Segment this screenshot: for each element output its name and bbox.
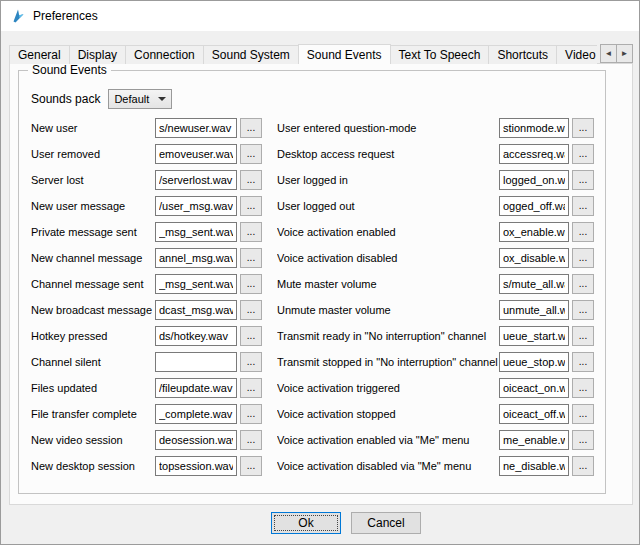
browse-button[interactable]: ... xyxy=(240,352,262,372)
browse-button[interactable]: ... xyxy=(240,404,262,424)
browse-button[interactable]: ... xyxy=(240,196,262,216)
sound-file-input[interactable] xyxy=(155,248,237,268)
browse-button[interactable]: ... xyxy=(240,274,262,294)
browse-button[interactable]: ... xyxy=(240,326,262,346)
sound-file-input[interactable] xyxy=(155,274,237,294)
sound-file-input[interactable] xyxy=(155,118,237,138)
sound-file-input[interactable] xyxy=(499,196,569,216)
sound-file-input[interactable] xyxy=(499,404,569,424)
tab-connection[interactable]: Connection xyxy=(125,45,204,64)
sound-event-label: Transmit ready in "No interruption" chan… xyxy=(277,330,499,342)
sound-file-input[interactable] xyxy=(499,326,569,346)
sound-file-input[interactable] xyxy=(499,118,569,138)
sound-file-input[interactable] xyxy=(499,352,569,372)
sound-event-label: New user message xyxy=(31,200,155,212)
browse-button[interactable]: ... xyxy=(240,300,262,320)
sound-event-label: Desktop access request xyxy=(277,148,499,160)
browse-button[interactable]: ... xyxy=(240,170,262,190)
sound-event-row: Transmit ready in "No interruption" chan… xyxy=(277,323,605,349)
tab-display[interactable]: Display xyxy=(69,45,126,64)
sound-event-label: Voice activation enabled via "Me" menu xyxy=(277,434,499,446)
sound-event-label: Voice activation enabled xyxy=(277,226,499,238)
sound-file-input[interactable] xyxy=(155,352,237,372)
browse-button[interactable]: ... xyxy=(240,222,262,242)
sound-file-input[interactable] xyxy=(499,274,569,294)
browse-button[interactable]: ... xyxy=(572,326,594,346)
browse-button[interactable]: ... xyxy=(572,170,594,190)
app-icon xyxy=(10,8,26,24)
tab-scroll-right-icon[interactable]: ► xyxy=(616,44,633,63)
tab-list: GeneralDisplayConnectionSound SystemSoun… xyxy=(9,44,597,64)
sound-file-input[interactable] xyxy=(155,326,237,346)
tab-scroll-left-icon[interactable]: ◄ xyxy=(600,44,617,63)
browse-button[interactable]: ... xyxy=(572,274,594,294)
sounds-pack-value: Default xyxy=(114,93,149,105)
browse-button[interactable]: ... xyxy=(572,248,594,268)
sound-event-label: Channel message sent xyxy=(31,278,155,290)
tab-sound-system[interactable]: Sound System xyxy=(203,45,299,64)
sound-event-row: New user message... xyxy=(31,193,277,219)
ok-button[interactable]: Ok xyxy=(271,512,341,534)
browse-button[interactable]: ... xyxy=(572,118,594,138)
tab-text-to-speech[interactable]: Text To Speech xyxy=(390,45,490,64)
browse-button[interactable]: ... xyxy=(572,404,594,424)
browse-button[interactable]: ... xyxy=(240,144,262,164)
sound-event-label: Transmit stopped in "No interruption" ch… xyxy=(277,356,499,368)
sound-event-row: User entered question-mode... xyxy=(277,115,605,141)
browse-button[interactable]: ... xyxy=(572,222,594,242)
sound-file-input[interactable] xyxy=(155,378,237,398)
browse-button[interactable]: ... xyxy=(240,118,262,138)
tab-sound-events[interactable]: Sound Events xyxy=(298,44,391,64)
browse-button[interactable]: ... xyxy=(572,144,594,164)
browse-button[interactable]: ... xyxy=(572,430,594,450)
browse-button[interactable]: ... xyxy=(572,196,594,216)
sound-event-row: Hotkey pressed... xyxy=(31,323,277,349)
browse-button[interactable]: ... xyxy=(572,352,594,372)
tab-general[interactable]: General xyxy=(9,45,70,64)
sound-event-row: New video session... xyxy=(31,427,277,453)
tab-shortcuts[interactable]: Shortcuts xyxy=(488,45,557,64)
sound-event-label: Unmute master volume xyxy=(277,304,499,316)
sound-file-input[interactable] xyxy=(499,170,569,190)
browse-button[interactable]: ... xyxy=(572,378,594,398)
sound-file-input[interactable] xyxy=(499,456,569,476)
browse-button[interactable]: ... xyxy=(240,456,262,476)
sound-event-label: New user xyxy=(31,122,155,134)
sound-file-input[interactable] xyxy=(155,144,237,164)
sound-file-input[interactable] xyxy=(155,196,237,216)
sound-file-input[interactable] xyxy=(155,170,237,190)
sound-event-label: New video session xyxy=(31,434,155,446)
browse-button[interactable]: ... xyxy=(240,248,262,268)
sound-file-input[interactable] xyxy=(499,248,569,268)
sound-file-input[interactable] xyxy=(155,300,237,320)
sound-event-row: File transfer complete... xyxy=(31,401,277,427)
sound-file-input[interactable] xyxy=(499,300,569,320)
sound-file-input[interactable] xyxy=(499,430,569,450)
preferences-dialog: Preferences GeneralDisplayConnectionSoun… xyxy=(0,0,640,545)
sound-file-input[interactable] xyxy=(155,222,237,242)
sound-event-row: New desktop session... xyxy=(31,453,277,479)
sound-file-input[interactable] xyxy=(499,144,569,164)
sound-file-input[interactable] xyxy=(155,404,237,424)
chevron-down-icon xyxy=(158,97,166,101)
cancel-button[interactable]: Cancel xyxy=(351,512,421,534)
browse-button[interactable]: ... xyxy=(572,300,594,320)
sound-event-label: Private message sent xyxy=(31,226,155,238)
sound-event-row: Voice activation enabled... xyxy=(277,219,605,245)
browse-button[interactable]: ... xyxy=(240,378,262,398)
sound-event-label: Voice activation disabled via "Me" menu xyxy=(277,460,499,472)
sounds-pack-label: Sounds pack xyxy=(31,92,100,106)
sound-file-input[interactable] xyxy=(155,430,237,450)
sound-file-input[interactable] xyxy=(499,378,569,398)
sound-event-label: File transfer complete xyxy=(31,408,155,420)
sound-file-input[interactable] xyxy=(155,456,237,476)
sound-event-label: Voice activation disabled xyxy=(277,252,499,264)
sound-file-input[interactable] xyxy=(499,222,569,242)
browse-button[interactable]: ... xyxy=(572,456,594,476)
sound-event-label: User logged in xyxy=(277,174,499,186)
sound-event-row: Channel silent... xyxy=(31,349,277,375)
tab-video[interactable]: Video xyxy=(556,45,597,64)
sounds-pack-select[interactable]: Default xyxy=(108,89,172,109)
tab-strip: GeneralDisplayConnectionSound SystemSoun… xyxy=(9,43,633,64)
browse-button[interactable]: ... xyxy=(240,430,262,450)
